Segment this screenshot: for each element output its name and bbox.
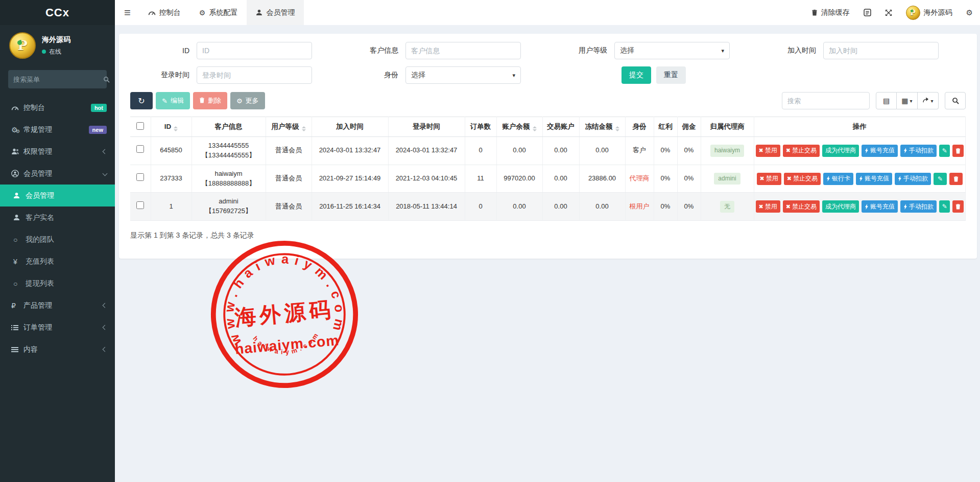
make-agent-button[interactable]: 成为代理商: [822, 145, 859, 157]
recharge-button[interactable]: 账号充值: [862, 200, 898, 213]
make-agent-button[interactable]: 成为代理商: [822, 200, 859, 213]
row-checkbox[interactable]: [136, 201, 144, 209]
disable-button[interactable]: ✖禁用: [757, 173, 781, 185]
sidebar-item-permissions[interactable]: 权限管理: [0, 141, 115, 163]
row-checkbox[interactable]: [136, 145, 144, 153]
user-icon: [13, 192, 26, 199]
login-time-input[interactable]: [197, 66, 312, 84]
col-balance[interactable]: 账户余额: [496, 117, 542, 137]
caret-down-icon: ▾: [721, 48, 724, 54]
sidebar-menu: 控制台 hot ⚙⚙ 常规管理 new 权限管理 会员管理: [0, 97, 115, 360]
recharge-button[interactable]: 账号充值: [862, 145, 898, 157]
list-icon: [11, 347, 23, 353]
row-delete-button[interactable]: [952, 200, 964, 213]
id-label: ID: [130, 47, 197, 55]
export-button[interactable]: ▾: [918, 92, 939, 109]
svg-text:www.haiwaiym.com: www.haiwaiym.com: [217, 246, 349, 348]
row-edit-button[interactable]: ✎: [939, 200, 950, 213]
pagination-view-button[interactable]: ▤: [876, 92, 897, 109]
table-search-input[interactable]: [782, 92, 870, 109]
row-edit-button[interactable]: ✎: [939, 145, 950, 157]
sidebar-item-general[interactable]: ⚙⚙ 常规管理 new: [0, 119, 115, 141]
login-time-label: 登录时间: [130, 71, 197, 80]
recharge-button[interactable]: 账号充值: [856, 173, 892, 185]
fullscreen-icon[interactable]: [885, 9, 892, 16]
gauge-icon: [11, 104, 23, 111]
deduct-button[interactable]: 手动扣款: [900, 145, 937, 157]
settings-cogs-icon[interactable]: ⚙: [966, 8, 973, 17]
col-id[interactable]: ID: [151, 117, 192, 137]
tab-system-config[interactable]: ⚙ 系统配置: [190, 0, 247, 25]
sidebar-item-orders[interactable]: 订单管理: [0, 316, 115, 338]
row-checkbox[interactable]: [136, 173, 144, 181]
sidebar-item-team[interactable]: ○ 我的团队: [0, 228, 115, 250]
col-join-time: 加入时间: [312, 117, 388, 137]
submit-button[interactable]: 提交: [622, 66, 651, 84]
ban-trade-button[interactable]: ✖禁止交易: [783, 145, 820, 157]
card-list-icon: ▤: [883, 97, 890, 105]
bolt-icon: [859, 176, 863, 181]
sidebar-item-products[interactable]: ₽ 产品管理: [0, 294, 115, 316]
language-icon[interactable]: [864, 9, 871, 16]
trash-icon: [955, 203, 961, 210]
sidebar-item-dashboard[interactable]: 控制台 hot: [0, 97, 115, 119]
col-frozen[interactable]: 冻结金额: [579, 117, 625, 137]
edit-button[interactable]: ✎ 编辑: [156, 92, 190, 109]
search-button[interactable]: [945, 92, 966, 109]
refresh-button[interactable]: ↻: [130, 92, 153, 109]
bank-card-button[interactable]: 银行卡: [823, 173, 853, 185]
tab-members[interactable]: 会员管理: [247, 0, 304, 25]
id-input[interactable]: [197, 42, 312, 59]
chevron-left-icon: [103, 303, 108, 308]
ban-trade-button[interactable]: ✖禁止交易: [784, 173, 821, 185]
disable-button[interactable]: ✖禁用: [756, 200, 780, 213]
more-button[interactable]: ⚙ 更多: [230, 92, 265, 109]
delete-button[interactable]: 删除: [193, 92, 227, 109]
search-icon[interactable]: [103, 76, 110, 83]
deduct-button[interactable]: 手动扣款: [895, 173, 931, 185]
sidebar-item-members-parent[interactable]: 会员管理: [0, 163, 115, 185]
ban-trade-button[interactable]: ✖禁止交易: [783, 200, 820, 213]
bolt-icon: [898, 176, 902, 181]
agent-badge: haiwaiym: [710, 145, 744, 156]
sidebar-item-content[interactable]: 内容: [0, 338, 115, 360]
user-status: 在线: [42, 48, 70, 56]
sidebar-item-kyc[interactable]: 客户实名: [0, 206, 115, 228]
chevron-left-icon: [103, 347, 108, 352]
user-level-select[interactable]: 选择 ▾: [614, 42, 730, 59]
clear-cache-button[interactable]: 清除缓存: [811, 8, 850, 17]
row-delete-button[interactable]: [952, 145, 964, 157]
select-all-checkbox[interactable]: [136, 122, 144, 130]
pencil-icon: ✎: [942, 147, 947, 154]
chevron-left-icon: [103, 149, 108, 154]
users-icon: [11, 148, 23, 155]
caret-down-icon: ▾: [930, 98, 933, 104]
pencil-icon: ✎: [942, 203, 947, 210]
join-time-input[interactable]: [823, 42, 939, 59]
columns-button[interactable]: ▦▾: [897, 92, 918, 109]
deduct-button[interactable]: 手动扣款: [900, 200, 937, 213]
col-level[interactable]: 用户等级: [266, 117, 312, 137]
row-edit-button[interactable]: ✎: [934, 173, 947, 185]
disable-button[interactable]: ✖禁用: [756, 145, 780, 157]
reset-button[interactable]: 重置: [656, 66, 686, 84]
navbar-user[interactable]: P 海外源码: [906, 6, 952, 20]
gear-icon: ⚙: [236, 97, 243, 105]
sidebar-search-input[interactable]: [13, 76, 103, 83]
user-level-label: 用户等级: [548, 46, 614, 55]
sidebar-item-withdraw-list[interactable]: ○ 提现列表: [0, 272, 115, 294]
avatar: P: [9, 32, 36, 59]
sidebar-item-members[interactable]: 会员管理: [0, 185, 115, 206]
tab-dashboard[interactable]: 控制台: [139, 0, 190, 25]
app-logo[interactable]: CCx: [0, 0, 115, 25]
sort-icon: [615, 126, 619, 131]
row-delete-button[interactable]: [949, 173, 963, 185]
customer-info-input[interactable]: [405, 42, 521, 59]
identity-select[interactable]: 选择 ▾: [405, 66, 521, 84]
pencil-icon: ✎: [938, 175, 943, 182]
col-actions: 操作: [754, 117, 966, 137]
svg-text:haiwaiym.com: haiwaiym.com: [251, 329, 323, 359]
circle-icon: ○: [13, 236, 26, 244]
hamburger-icon[interactable]: ≡: [115, 6, 139, 19]
sidebar-item-recharge-list[interactable]: ¥ 充值列表: [0, 250, 115, 272]
